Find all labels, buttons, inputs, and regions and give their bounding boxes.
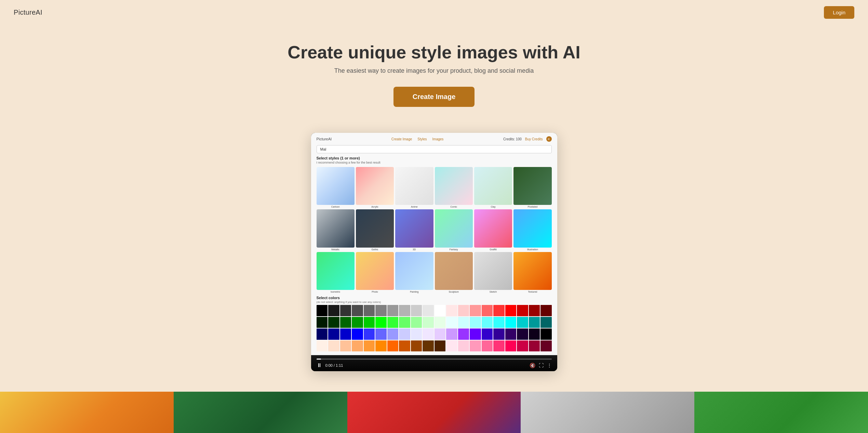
- sim-color-cell[interactable]: [423, 340, 434, 352]
- sim-color-cell[interactable]: [470, 340, 481, 352]
- video-progress-bar[interactable]: [317, 359, 552, 360]
- sim-style-item[interactable]: Painting: [395, 252, 433, 293]
- login-button[interactable]: Login: [824, 6, 854, 19]
- sim-color-cell[interactable]: [340, 329, 351, 340]
- sim-color-cell[interactable]: [482, 305, 493, 316]
- sim-color-cell[interactable]: [470, 305, 481, 316]
- sim-color-cell[interactable]: [458, 305, 469, 316]
- sim-color-cell[interactable]: [352, 305, 363, 316]
- sim-color-cell[interactable]: [505, 305, 517, 316]
- sim-color-cell[interactable]: [529, 305, 540, 316]
- sim-color-cell[interactable]: [375, 305, 387, 316]
- video-controls[interactable]: ⏸ 0:00 / 1:11 🔇 ⛶ ⋮: [311, 355, 557, 371]
- sim-color-cell[interactable]: [493, 329, 505, 340]
- sim-color-cell[interactable]: [352, 340, 363, 352]
- sim-style-item[interactable]: Sculpture: [435, 252, 473, 293]
- sim-color-cell[interactable]: [446, 329, 457, 340]
- more-options-icon[interactable]: ⋮: [547, 363, 552, 368]
- sim-color-cell[interactable]: [387, 340, 399, 352]
- sim-prompt-input[interactable]: [317, 145, 552, 153]
- sim-color-cell[interactable]: [423, 305, 434, 316]
- sim-color-cell[interactable]: [399, 340, 410, 352]
- sim-color-cell[interactable]: [387, 317, 399, 328]
- sim-color-cell[interactable]: [340, 340, 351, 352]
- sim-color-cell[interactable]: [470, 329, 481, 340]
- sim-color-cell[interactable]: [458, 340, 469, 352]
- sim-color-cell[interactable]: [493, 305, 505, 316]
- sim-color-cell[interactable]: [493, 317, 505, 328]
- sim-style-item[interactable]: Anime: [395, 167, 433, 208]
- sim-color-cell[interactable]: [423, 329, 434, 340]
- sim-style-item[interactable]: Graffiti: [474, 209, 512, 250]
- sim-style-item[interactable]: Gothic: [356, 209, 394, 250]
- sim-color-cell[interactable]: [482, 317, 493, 328]
- sim-color-cell[interactable]: [364, 340, 375, 352]
- sim-style-item[interactable]: Fantasy: [435, 209, 473, 250]
- sim-style-item[interactable]: 3D: [395, 209, 433, 250]
- sim-color-cell[interactable]: [375, 329, 387, 340]
- sim-color-cell[interactable]: [328, 305, 339, 316]
- sim-color-cell[interactable]: [411, 340, 422, 352]
- create-image-button[interactable]: Create Image: [393, 87, 475, 107]
- sim-color-cell[interactable]: [364, 329, 375, 340]
- sim-style-item[interactable]: Sketch: [474, 252, 512, 293]
- sim-color-cell[interactable]: [540, 329, 552, 340]
- sim-color-cell[interactable]: [411, 317, 422, 328]
- sim-color-cell[interactable]: [458, 329, 469, 340]
- sim-style-item[interactable]: Photo: [356, 252, 394, 293]
- sim-color-cell[interactable]: [470, 317, 481, 328]
- sim-style-item[interactable]: Metallic: [317, 209, 355, 250]
- sim-color-cell[interactable]: [328, 340, 339, 352]
- sim-color-cell[interactable]: [529, 317, 540, 328]
- sim-color-cell[interactable]: [352, 329, 363, 340]
- sim-style-item[interactable]: Pixelated: [513, 167, 551, 208]
- sim-color-cell[interactable]: [399, 317, 410, 328]
- sim-color-cell[interactable]: [435, 329, 446, 340]
- pause-icon[interactable]: ⏸: [317, 362, 322, 368]
- sim-color-cell[interactable]: [387, 329, 399, 340]
- sim-color-cell[interactable]: [517, 317, 528, 328]
- sim-color-cell[interactable]: [482, 329, 493, 340]
- sim-color-cell[interactable]: [435, 340, 446, 352]
- sim-color-cell[interactable]: [446, 305, 457, 316]
- sim-color-cell[interactable]: [317, 329, 328, 340]
- sim-color-cell[interactable]: [411, 305, 422, 316]
- sim-style-item[interactable]: Illustration: [513, 209, 551, 250]
- sim-color-cell[interactable]: [340, 317, 351, 328]
- sim-color-cell[interactable]: [446, 317, 457, 328]
- sim-color-cell[interactable]: [399, 329, 410, 340]
- sim-color-cell[interactable]: [505, 317, 517, 328]
- sim-color-cell[interactable]: [364, 305, 375, 316]
- sim-color-cell[interactable]: [352, 317, 363, 328]
- sim-color-cell[interactable]: [387, 305, 399, 316]
- sim-color-cell[interactable]: [505, 329, 517, 340]
- sim-color-cell[interactable]: [517, 305, 528, 316]
- sim-color-cell[interactable]: [517, 329, 528, 340]
- sim-color-cell[interactable]: [399, 305, 410, 316]
- sim-color-cell[interactable]: [328, 317, 339, 328]
- sim-color-cell[interactable]: [375, 340, 387, 352]
- sim-color-cell[interactable]: [529, 340, 540, 352]
- sim-color-cell[interactable]: [529, 329, 540, 340]
- sim-style-item[interactable]: Textured: [513, 252, 551, 293]
- sim-color-cell[interactable]: [411, 329, 422, 340]
- sim-style-item[interactable]: Comic: [435, 167, 473, 208]
- sim-color-cell[interactable]: [540, 340, 552, 352]
- mute-icon[interactable]: 🔇: [530, 363, 535, 368]
- sim-color-cell[interactable]: [375, 317, 387, 328]
- sim-color-cell[interactable]: [446, 340, 457, 352]
- video-player[interactable]: PictureAI Create Image Styles Images Cre…: [311, 133, 557, 371]
- sim-color-cell[interactable]: [423, 317, 434, 328]
- sim-color-cell[interactable]: [458, 317, 469, 328]
- sim-color-cell[interactable]: [317, 305, 328, 316]
- sim-color-cell[interactable]: [505, 340, 517, 352]
- sim-style-item[interactable]: Isometric: [317, 252, 355, 293]
- sim-color-cell[interactable]: [364, 317, 375, 328]
- sim-color-cell[interactable]: [328, 329, 339, 340]
- sim-color-cell[interactable]: [540, 305, 552, 316]
- sim-color-cell[interactable]: [540, 317, 552, 328]
- fullscreen-icon[interactable]: ⛶: [539, 363, 544, 368]
- sim-style-item[interactable]: Acrylic: [356, 167, 394, 208]
- sim-color-cell[interactable]: [317, 317, 328, 328]
- sim-color-cell[interactable]: [493, 340, 505, 352]
